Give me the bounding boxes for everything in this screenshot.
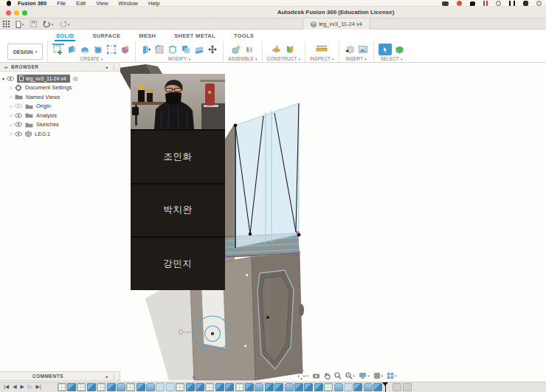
tab-solid[interactable]: SOLID: [55, 32, 75, 41]
new-component-icon[interactable]: [230, 44, 242, 55]
sweep-icon[interactable]: [92, 44, 104, 55]
menu-window[interactable]: Window: [118, 0, 138, 7]
close-window-button[interactable]: [6, 10, 11, 16]
timeline-feature-sketch[interactable]: [235, 383, 244, 391]
timeline-feature-extrude[interactable]: [294, 383, 303, 391]
timeline-feature-extrude[interactable]: [265, 383, 274, 391]
design-dropdown[interactable]: DESIGN ▾: [7, 44, 43, 60]
pan-icon[interactable]: [324, 372, 331, 379]
create-sketch-icon[interactable]: [52, 44, 64, 55]
decal-image-icon[interactable]: [357, 44, 369, 55]
timeline-feature-sketch[interactable]: [97, 383, 106, 391]
panel-overflow-icon[interactable]: ⋮: [111, 374, 117, 379]
display-settings-icon[interactable]: ▾: [359, 372, 370, 379]
expand-arrow-icon[interactable]: ▷: [8, 131, 15, 136]
viewports-icon[interactable]: ▾: [387, 372, 397, 379]
panel-overflow-icon[interactable]: ⋮: [111, 64, 117, 70]
play-icon[interactable]: ▶: [21, 384, 24, 390]
expand-arrow-icon[interactable]: ▷: [8, 104, 15, 109]
pause-icon[interactable]: [483, 1, 488, 6]
timeline-feature-extrude[interactable]: [245, 383, 254, 391]
record-icon[interactable]: [457, 1, 462, 6]
fit-icon[interactable]: ▾: [345, 372, 356, 379]
app-menu[interactable]: Fusion 360: [18, 0, 46, 7]
skip-to-start-icon[interactable]: |◀: [4, 384, 9, 390]
collapse-panel-icon[interactable]: ◂◂: [4, 64, 7, 69]
timeline-feature-extrude[interactable]: [87, 383, 96, 391]
keystroke-icon[interactable]: [523, 1, 528, 6]
browser-root-item[interactable]: leg_vv3_11-24 v4: [17, 75, 70, 83]
menu-help[interactable]: Help: [148, 0, 159, 7]
camera-icon[interactable]: [442, 1, 449, 6]
panel-dot-icon[interactable]: ●: [106, 374, 108, 379]
timeline-feature-extrude[interactable]: [314, 383, 323, 391]
tab-mesh[interactable]: MESH: [137, 32, 157, 41]
browser-item-named-views[interactable]: ▷ Named Views: [0, 92, 120, 102]
timeline-feature-revolve[interactable]: [146, 383, 155, 391]
timeline-feature-extrude[interactable]: [136, 383, 145, 391]
menu-file[interactable]: File: [57, 0, 66, 7]
timeline-feature-extrude[interactable]: [225, 383, 234, 391]
model-viewport[interactable]: ◂◂ BROWSER ● ⋮ ▾ leg_vv3_11-24 v4 ◎: [0, 63, 546, 382]
timeline-feature-dim[interactable]: [393, 383, 401, 391]
visibility-eye-icon[interactable]: [15, 113, 22, 118]
group-inspect-label[interactable]: INSPECT▾: [310, 56, 334, 61]
split-body-icon[interactable]: [193, 44, 205, 55]
joint-icon[interactable]: [243, 44, 255, 55]
browser-item-sketches[interactable]: ▷ Sketches: [0, 120, 120, 130]
visibility-eye-icon[interactable]: [15, 103, 22, 109]
timeline-feature-revolve[interactable]: [285, 383, 294, 391]
file-menu-icon[interactable]: ▾: [15, 21, 24, 28]
loft-icon[interactable]: [106, 44, 117, 55]
timeline-feature-sketch[interactable]: [126, 383, 135, 391]
timeline-feature-sketch[interactable]: [324, 383, 333, 391]
construction-axis-icon[interactable]: [284, 44, 296, 55]
timeline-feature-extrude[interactable]: [353, 383, 362, 391]
browser-header[interactable]: ◂◂ BROWSER ● ⋮: [0, 63, 120, 72]
menu-view[interactable]: View: [96, 0, 108, 7]
minimize-window-button[interactable]: [14, 10, 19, 16]
expand-arrow-icon[interactable]: ▷: [8, 113, 15, 117]
group-insert-label[interactable]: INSERT▾: [345, 56, 366, 61]
browser-item-origin[interactable]: ▷ Origin: [0, 102, 120, 111]
window-select-icon[interactable]: [393, 44, 405, 55]
group-modify-label[interactable]: MODIFY▾: [168, 56, 190, 61]
expand-arrow-icon[interactable]: ▷: [8, 94, 15, 99]
tab-tools[interactable]: TOOLS: [232, 32, 255, 41]
tab-sheet-metal[interactable]: SHEET METAL: [173, 32, 217, 41]
timeline-feature-extrude[interactable]: [373, 383, 382, 391]
orbit-icon[interactable]: ▾: [297, 372, 308, 380]
control-center-icon[interactable]: [536, 1, 542, 6]
undo-icon[interactable]: ▾: [43, 21, 54, 27]
comments-bar[interactable]: COMMENTS ● ⋮: [0, 371, 120, 381]
timeline-feature-revolve[interactable]: [364, 383, 373, 391]
visibility-eye-icon[interactable]: [15, 131, 22, 137]
browser-item-label[interactable]: Document Settings: [25, 84, 72, 91]
browser-item-leg-component[interactable]: ▷ LEG:1: [0, 129, 120, 139]
group-construct-label[interactable]: CONSTRUCT▾: [267, 56, 300, 61]
tab-surface[interactable]: SURFACE: [91, 32, 122, 41]
redo-icon[interactable]: ▾: [59, 21, 70, 27]
zoom-icon[interactable]: [334, 372, 342, 379]
timeline-feature-revolve[interactable]: [255, 383, 263, 391]
timeline-feature-extrude[interactable]: [215, 383, 224, 391]
visibility-eye-icon[interactable]: [15, 122, 22, 127]
apple-icon[interactable]: [7, 1, 11, 6]
combine-icon[interactable]: [180, 44, 192, 55]
grid-snaps-icon[interactable]: ▾: [373, 372, 384, 379]
document-tab[interactable]: leg_vv3_11-24 v4: [303, 18, 370, 30]
timeline-feature-extrude[interactable]: [67, 383, 76, 391]
insert-mesh-icon[interactable]: [344, 44, 356, 55]
timeline-feature-sketch[interactable]: [58, 383, 66, 391]
browser-item-label[interactable]: Sketches: [36, 121, 59, 128]
app-grid-icon[interactable]: [3, 21, 10, 27]
skip-to-end-icon[interactable]: ▶|: [35, 384, 41, 390]
step-back-icon[interactable]: ◀: [13, 384, 16, 390]
timeline-feature-extrude[interactable]: [304, 383, 313, 391]
expand-arrow-icon[interactable]: ▷: [8, 86, 15, 90]
visibility-eye-icon[interactable]: [7, 76, 14, 81]
timeline-feature-revolve[interactable]: [117, 383, 125, 391]
group-assemble-label[interactable]: ASSEMBLE▾: [228, 56, 258, 61]
panel-dot-icon[interactable]: ●: [106, 65, 108, 69]
browser-item-label[interactable]: Named Views: [26, 94, 60, 100]
